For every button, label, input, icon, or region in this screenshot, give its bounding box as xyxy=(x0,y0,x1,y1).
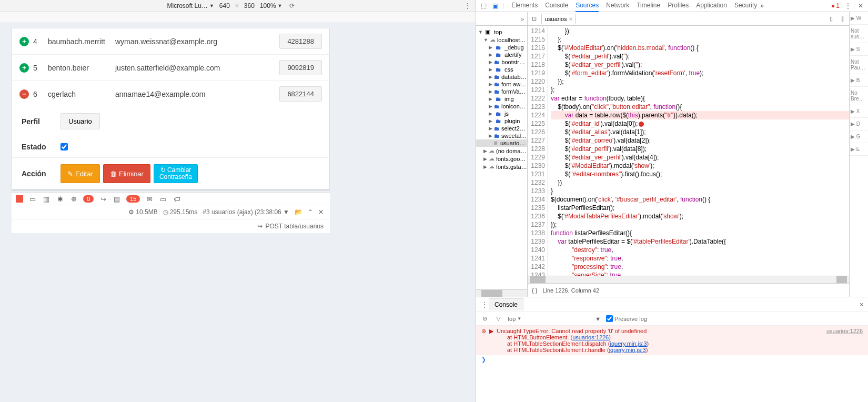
devtools-tab-profiles[interactable]: Profiles xyxy=(668,0,689,12)
tree-item[interactable]: ▼☁localhost… xyxy=(476,36,527,44)
device-mode-icon[interactable]: ▣ xyxy=(491,2,499,10)
code-editor[interactable]: 1214121512161217121812191220122112221223… xyxy=(528,26,849,276)
devtools-tab-sources[interactable]: Sources xyxy=(576,0,599,12)
tree-item[interactable]: ▶☁fonts.goo… xyxy=(476,155,527,163)
queries-icon[interactable]: ▤ xyxy=(113,195,121,203)
tree-item[interactable]: ▶🖿formVa… xyxy=(476,88,527,95)
nav-scrollbar[interactable] xyxy=(476,289,527,297)
debugger-section[interactable]: Not Pau… xyxy=(850,56,868,74)
exceptions-icon[interactable]: ✱ xyxy=(56,195,64,203)
devtools-menu-icon[interactable]: ⋮ xyxy=(844,2,852,10)
source-tab-label: usuarios xyxy=(545,16,567,22)
tree-item[interactable]: ▼▣top xyxy=(476,28,527,36)
debugger-section[interactable]: No Bre… xyxy=(850,87,868,105)
inspect-icon[interactable]: ⬚ xyxy=(479,2,488,10)
viewport-height[interactable]: 360 xyxy=(244,2,255,9)
nav-menu-icon[interactable]: » xyxy=(521,16,524,22)
resume-icon[interactable]: ‖ xyxy=(839,15,847,23)
format-icon[interactable]: { } xyxy=(532,287,537,294)
views-icon[interactable]: ❉ xyxy=(69,195,78,203)
stack-link[interactable]: jquery.min.js:3 xyxy=(609,347,646,353)
plus-icon[interactable]: + xyxy=(19,37,29,46)
tree-item[interactable]: ▶🖿ionicon… xyxy=(476,103,527,110)
collapse-icon[interactable]: ⌃ xyxy=(308,208,313,216)
mails-icon[interactable]: ✉ xyxy=(145,195,154,203)
console-prompt[interactable]: ❯ xyxy=(476,355,868,364)
error-count[interactable]: 1 xyxy=(831,2,840,9)
devtools-tab-elements[interactable]: Elements xyxy=(511,0,538,12)
editar-button[interactable]: ✎Editar xyxy=(60,164,100,183)
level-select[interactable]: ▼ xyxy=(595,316,601,322)
context-select[interactable]: top xyxy=(508,316,521,322)
request-icon[interactable]: 🏷 xyxy=(173,195,181,203)
timeline-icon[interactable]: ▥ xyxy=(42,195,51,203)
debugger-section[interactable]: ▶ G xyxy=(850,130,868,143)
perfil-value-button[interactable]: Usuario xyxy=(60,113,100,129)
devtools-tab-application[interactable]: Application xyxy=(696,0,727,12)
devtools-tab-network[interactable]: Network xyxy=(606,0,629,12)
plus-icon[interactable]: + xyxy=(19,63,29,73)
debugger-section[interactable]: ▶ B xyxy=(850,74,868,87)
close-icon[interactable]: ✕ xyxy=(318,208,324,216)
tree-item[interactable]: ▶🖿plugin xyxy=(476,117,527,125)
console-close-icon[interactable]: × xyxy=(860,300,864,309)
minus-icon[interactable]: − xyxy=(19,89,29,99)
filter-icon[interactable]: ▽ xyxy=(494,315,502,323)
tree-item[interactable]: ▶🖿alertify xyxy=(476,51,527,58)
user-code-button[interactable]: 9092819 xyxy=(279,60,322,75)
pause-icon[interactable]: ▯ xyxy=(827,15,835,23)
tree-item[interactable]: ▶🖿css xyxy=(476,66,527,73)
tree-item[interactable]: ▶☁(no doma… xyxy=(476,147,527,155)
route-icon[interactable]: ↪ xyxy=(99,195,107,203)
console-tab[interactable]: Console xyxy=(489,298,523,310)
console-menu-icon[interactable]: ⋮ xyxy=(480,300,489,309)
debugger-section[interactable]: ▶ D xyxy=(850,118,868,130)
request-select[interactable]: #3 usuarios (ajax) (23:38:06 ▼ xyxy=(203,208,289,216)
tree-item[interactable]: ▶🖿datatab… xyxy=(476,73,527,81)
devtools-tab-console[interactable]: Console xyxy=(545,0,568,12)
error-source-link[interactable]: usuarios:1226 xyxy=(826,328,863,334)
viewport-width[interactable]: 640 xyxy=(219,2,230,9)
tree-item[interactable]: ▶🖿select2… xyxy=(476,125,527,132)
rotate-icon[interactable]: ⟳ xyxy=(288,2,296,10)
cambiar-contrasena-button[interactable]: ↻ CambiarContraseña xyxy=(154,164,198,183)
mobile-menu-icon[interactable]: ⋮ xyxy=(464,2,471,10)
devtools-close-icon[interactable]: ✕ xyxy=(856,2,865,10)
tree-item[interactable]: ▶🖿sweetal… xyxy=(476,132,527,139)
code-scrollbar[interactable] xyxy=(528,276,849,283)
stack-link[interactable]: usuarios:1226 xyxy=(572,334,609,340)
folder-icon[interactable]: 📂 xyxy=(295,208,302,216)
debugger-section[interactable]: ▶ S xyxy=(850,43,868,56)
close-tab-icon[interactable]: × xyxy=(569,16,572,22)
eliminar-button[interactable]: 🗑Eliminar xyxy=(103,164,150,183)
user-code-button[interactable]: 4281288 xyxy=(279,34,322,49)
tree-item[interactable]: ▶🖿js xyxy=(476,110,527,117)
expand-icon[interactable]: ▶ xyxy=(489,328,493,353)
session-icon[interactable]: ▭ xyxy=(159,195,167,203)
preserve-log-checkbox[interactable]: Preserve log xyxy=(606,315,647,322)
device-select[interactable]: Microsoft Lu… xyxy=(167,2,214,9)
user-code-button[interactable]: 6822144 xyxy=(279,86,322,102)
tree-item[interactable]: ▶☁fonts.gsta… xyxy=(476,163,527,170)
file-history-icon[interactable]: ⊡ xyxy=(530,15,538,23)
laravel-icon[interactable] xyxy=(16,195,23,203)
more-tabs-icon[interactable]: » xyxy=(760,2,764,9)
devtools-tab-timeline[interactable]: Timeline xyxy=(637,0,660,12)
estado-checkbox[interactable] xyxy=(60,143,68,150)
table-row: + 5 benton.beier justen.satterfield@exam… xyxy=(12,55,329,81)
tree-item[interactable]: ▶🖿img xyxy=(476,95,527,103)
stack-link[interactable]: jquery.min.js:3 xyxy=(610,340,647,347)
tree-item[interactable]: ▶🖿font-aw… xyxy=(476,81,527,88)
messages-icon[interactable]: ▭ xyxy=(28,195,37,203)
source-tab[interactable]: usuarios × xyxy=(541,14,576,24)
zoom-select[interactable]: 100% xyxy=(260,2,282,9)
debugger-section[interactable]: ▶ X xyxy=(850,105,868,118)
tree-item[interactable]: ▶🖿bootstr… xyxy=(476,58,527,66)
tree-item[interactable]: 🗎usuario… xyxy=(476,139,527,147)
debugger-section[interactable]: ▶ E xyxy=(850,143,868,156)
clear-console-icon[interactable]: ⊘ xyxy=(480,315,489,323)
debugger-section[interactable]: ▶ W xyxy=(850,12,868,25)
devtools-tab-security[interactable]: Security xyxy=(734,0,757,12)
debugger-section[interactable]: Not aus… xyxy=(850,25,868,43)
tree-item[interactable]: ▶🖿_debug xyxy=(476,44,527,51)
